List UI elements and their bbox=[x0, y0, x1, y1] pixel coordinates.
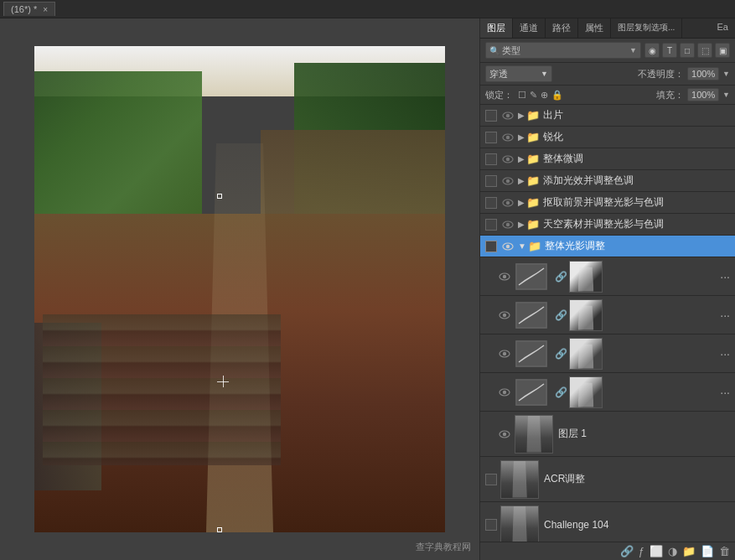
adj-curves-icon-3 bbox=[515, 338, 548, 370]
layer-name-zhengti: 整体微调 bbox=[543, 152, 730, 166]
layer-adj-1[interactable]: 🔗 ··· bbox=[480, 257, 735, 296]
layer-options-adj1[interactable]: ··· bbox=[720, 270, 730, 283]
expand-arrow-guangying[interactable]: ▼ bbox=[518, 241, 526, 251]
fill-section: 填充： 100% ▼ bbox=[656, 88, 730, 101]
visibility-checkbox-tiankong[interactable] bbox=[485, 219, 497, 231]
eye-icon-adj1[interactable] bbox=[497, 269, 512, 284]
expand-arrow-tianjia[interactable]: ▶ bbox=[518, 176, 525, 185]
filter-icon-circle[interactable]: ◉ bbox=[644, 43, 660, 58]
layer-adj-2[interactable]: 🔗 ··· bbox=[480, 296, 735, 334]
layer-name-challenge: Challenge 104 bbox=[544, 519, 730, 531]
eye-icon-zhengti[interactable] bbox=[500, 152, 515, 167]
visibility-checkbox-acr[interactable] bbox=[485, 474, 497, 485]
eye-icon-adj4[interactable] bbox=[497, 385, 512, 400]
layer-options-adj2[interactable]: ··· bbox=[720, 309, 730, 322]
filter-icon-shape[interactable]: □ bbox=[680, 43, 695, 58]
tab-layer-copy-options[interactable]: 图层复制选项... bbox=[611, 18, 682, 38]
fill-label: 填充： bbox=[656, 89, 684, 101]
layer-group-tiqv[interactable]: ▶ 📁 抠取前景并调整光影与色调 bbox=[480, 192, 735, 214]
eye-icon-adj3[interactable] bbox=[497, 346, 512, 361]
lock-position-icon[interactable]: ✎ bbox=[530, 90, 537, 101]
tab-paths[interactable]: 路径 bbox=[546, 18, 578, 38]
layer-name-chupian: 出片 bbox=[543, 108, 730, 122]
expand-arrow-tiqv[interactable]: ▶ bbox=[518, 198, 525, 207]
layer-group-tianjia[interactable]: ▶ 📁 添加光效并调整色调 bbox=[480, 170, 735, 192]
visibility-checkbox-challenge[interactable] bbox=[485, 519, 497, 531]
search-box[interactable]: 🔍 类型 ▼ bbox=[485, 42, 641, 59]
layer-group-chupian[interactable]: ▶ 📁 出片 bbox=[480, 105, 735, 127]
visibility-checkbox-tianjia[interactable] bbox=[485, 175, 497, 187]
folder-icon-tiankong: 📁 bbox=[526, 218, 540, 231]
lock-artboard-icon[interactable]: ⊕ bbox=[541, 90, 548, 101]
layer-thumb-adj3 bbox=[569, 338, 603, 370]
layer-tuceng1[interactable]: 图层 1 bbox=[480, 412, 735, 457]
filter-icon-text[interactable]: T bbox=[662, 43, 677, 58]
lock-all-icon[interactable]: 🔒 bbox=[551, 90, 563, 101]
chain-icon-3: 🔗 bbox=[555, 348, 567, 360]
layer-group-ruihua[interactable]: ▶ 📁 锐化 bbox=[480, 127, 735, 148]
expand-arrow-zhengti[interactable]: ▶ bbox=[518, 154, 525, 163]
add-style-btn[interactable]: ƒ bbox=[639, 545, 644, 557]
lock-icons: ☐ ✎ ⊕ 🔒 bbox=[518, 90, 563, 101]
tab-close-btn[interactable]: × bbox=[43, 5, 48, 14]
eye-icon-guangying[interactable] bbox=[500, 239, 515, 254]
layer-thumb-tuceng1 bbox=[515, 415, 553, 454]
opacity-dropdown-arrow[interactable]: ▼ bbox=[722, 70, 730, 78]
expand-arrow-tiankong[interactable]: ▶ bbox=[518, 220, 525, 229]
layer-adj-3[interactable]: 🔗 ··· bbox=[480, 334, 735, 373]
blend-mode-dropdown[interactable]: 穿透 ▼ bbox=[485, 65, 552, 82]
search-dropdown-arrow[interactable]: ▼ bbox=[629, 46, 637, 54]
layer-name-tuceng1: 图层 1 bbox=[558, 427, 730, 441]
eye-icon-ruihua[interactable] bbox=[500, 130, 515, 145]
eye-icon-tuceng1[interactable] bbox=[497, 427, 512, 442]
layer-challenge104[interactable]: Challenge 104 bbox=[480, 502, 735, 542]
layer-group-zhengti-weijiao[interactable]: ▶ 📁 整体微调 bbox=[480, 148, 735, 170]
visibility-checkbox-zhengti[interactable] bbox=[485, 153, 497, 165]
new-layer-btn[interactable]: 📄 bbox=[701, 545, 714, 557]
add-mask-btn[interactable]: ⬜ bbox=[650, 545, 663, 557]
eye-icon-tiankong[interactable] bbox=[500, 217, 515, 232]
visibility-checkbox-chupian[interactable] bbox=[485, 110, 497, 122]
expand-arrow-chupian[interactable]: ▶ bbox=[518, 111, 525, 120]
chain-icon-2: 🔗 bbox=[555, 309, 567, 321]
link-layers-btn[interactable]: 🔗 bbox=[620, 545, 634, 557]
tab-channels[interactable]: 通道 bbox=[513, 18, 546, 38]
layer-group-guangying[interactable]: ▼ 📁 整体光影调整 bbox=[480, 236, 735, 257]
new-adjustment-btn[interactable]: ◑ bbox=[668, 545, 677, 557]
tab-properties[interactable]: 属性 bbox=[578, 18, 611, 38]
visibility-checkbox-guangying[interactable] bbox=[485, 241, 497, 252]
fill-value[interactable]: 100% bbox=[687, 88, 719, 101]
visibility-checkbox-ruihua[interactable] bbox=[485, 132, 497, 143]
svg-point-11 bbox=[506, 222, 510, 226]
layer-options-adj3[interactable]: ··· bbox=[720, 347, 730, 360]
svg-point-5 bbox=[506, 157, 510, 160]
fill-dropdown-arrow[interactable]: ▼ bbox=[722, 91, 730, 99]
filter-icon-pixel[interactable]: ▣ bbox=[715, 43, 730, 58]
layer-name-ruihua: 锐化 bbox=[543, 130, 730, 144]
expand-arrow-ruihua[interactable]: ▶ bbox=[518, 132, 525, 142]
eye-icon-adj2[interactable] bbox=[497, 308, 512, 323]
filter-icon-smart[interactable]: ⬚ bbox=[697, 43, 712, 58]
layers-list[interactable]: ▶ 📁 出片 ▶ 📁 锐化 bbox=[480, 105, 735, 542]
delete-layer-btn[interactable]: 🗑 bbox=[719, 545, 730, 557]
eye-icon-tiqv[interactable] bbox=[500, 195, 515, 210]
document-tab[interactable]: (16*) * × bbox=[3, 2, 55, 16]
layer-acr[interactable]: ACR调整 bbox=[480, 457, 735, 502]
new-group-btn[interactable]: 📁 bbox=[682, 545, 696, 557]
canvas-area[interactable]: 查字典教程网 bbox=[0, 18, 479, 560]
layer-thumb-adj1 bbox=[569, 261, 603, 293]
lock-label: 锁定： bbox=[485, 89, 513, 101]
layer-group-tiankong[interactable]: ▶ 📁 天空素材并调整光影与色调 bbox=[480, 214, 735, 236]
layer-adj-4[interactable]: 🔗 ··· bbox=[480, 373, 735, 412]
svg-point-3 bbox=[506, 135, 510, 138]
layer-options-adj4[interactable]: ··· bbox=[720, 386, 730, 399]
sel-corner-tl bbox=[217, 194, 222, 199]
visibility-checkbox-tiqv[interactable] bbox=[485, 197, 497, 209]
opacity-value[interactable]: 100% bbox=[687, 67, 719, 80]
tab-layers[interactable]: 图层 bbox=[480, 18, 513, 38]
eye-icon-tianjia[interactable] bbox=[500, 174, 515, 189]
blend-mode-row: 穿透 ▼ 不透明度： 100% ▼ bbox=[480, 63, 735, 86]
eye-icon-chupian[interactable] bbox=[500, 108, 515, 123]
lock-pixels-icon[interactable]: ☐ bbox=[518, 90, 526, 101]
bottom-icons: 🔗 ƒ ⬜ ◑ 📁 📄 🗑 bbox=[620, 545, 730, 557]
